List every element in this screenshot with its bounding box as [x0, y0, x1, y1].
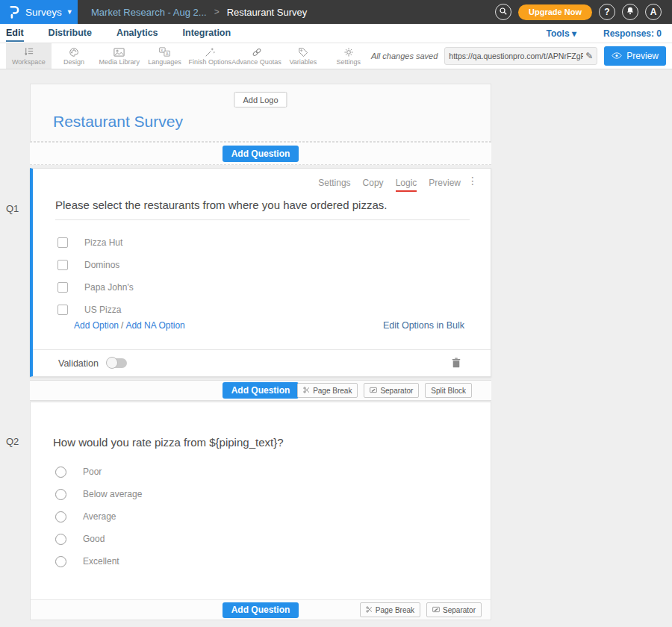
edit-options-bulk-link[interactable]: Edit Options in Bulk	[383, 320, 464, 331]
survey-url-input[interactable]	[449, 52, 583, 60]
edit-url-pencil-icon[interactable]: ✎	[585, 51, 593, 61]
upgrade-now-button[interactable]: Upgrade Now	[518, 4, 592, 20]
question-text-q2[interactable]: How would you rate pizza from ${piping_t…	[53, 436, 284, 449]
breadcrumb-current: Restaurant Survey	[227, 7, 308, 18]
survey-title[interactable]: Restaurant Survey	[53, 113, 183, 131]
question-tab-logic[interactable]: Logic	[396, 178, 417, 192]
toolbar-item-label: Finish Options	[188, 58, 231, 66]
question-tab-settings[interactable]: Settings	[318, 178, 350, 190]
breadcrumb: Market Research - Aug 2... > Restaurant …	[91, 7, 307, 18]
toolbar-item-settings[interactable]: Settings	[326, 43, 371, 69]
add-question-button[interactable]: Add Question	[223, 602, 299, 618]
add-question-strip-top: Add Question	[30, 142, 491, 165]
magic-wand-icon	[205, 46, 215, 57]
toolbar-item-media-library[interactable]: Media Library	[96, 43, 142, 69]
breadcrumb-separator: >	[214, 7, 220, 17]
add-question-button[interactable]: Add Question	[223, 382, 299, 399]
checkbox-icon[interactable]	[57, 260, 68, 270]
question-action-tabs: Settings Copy Logic Preview	[318, 178, 461, 192]
top-bar: Surveys ▼ Market Research - Aug 2... > R…	[0, 0, 672, 24]
toolbar-item-advance-quotas[interactable]: Advance Quotas	[233, 43, 281, 69]
nav-tab-analytics[interactable]: Analytics	[116, 25, 158, 42]
bell-icon	[626, 6, 635, 18]
add-option-link[interactable]: Add Option	[74, 320, 119, 331]
radio-icon[interactable]	[55, 534, 66, 545]
question-card-q1[interactable]: Settings Copy Logic Preview ⋮ Please sel…	[30, 168, 491, 377]
radio-icon[interactable]	[55, 556, 66, 567]
question-tab-preview[interactable]: Preview	[429, 178, 461, 190]
breadcrumb-folder[interactable]: Market Research - Aug 2...	[91, 7, 207, 18]
editor-toolbar: Workspace Design Media Library xA Langua…	[0, 43, 672, 69]
avatar[interactable]: A	[645, 4, 662, 20]
split-block-button[interactable]: Split Block	[425, 383, 472, 398]
option-row[interactable]: US Pizza	[57, 299, 134, 321]
q1-footer: Validation	[33, 349, 491, 376]
option-label[interactable]: Average	[83, 511, 116, 522]
toolbar-item-languages[interactable]: xA Languages	[142, 43, 187, 69]
notifications-button[interactable]	[622, 4, 638, 20]
option-row[interactable]: Average	[55, 505, 142, 528]
avatar-initial: A	[650, 7, 657, 17]
separator-icon	[432, 606, 440, 614]
surveys-product-menu[interactable]: Surveys ▼	[0, 0, 78, 24]
radio-icon[interactable]	[55, 467, 66, 478]
toolbar-item-finish-options[interactable]: Finish Options	[187, 43, 233, 69]
toolbar-item-design[interactable]: Design	[52, 43, 97, 69]
question-text-q1[interactable]: Please select the restaurants from where…	[55, 199, 470, 220]
add-na-option-link[interactable]: Add NA Option	[125, 320, 184, 331]
question-tab-copy[interactable]: Copy	[363, 178, 384, 190]
search-button[interactable]	[495, 4, 511, 20]
responses-count[interactable]: Responses: 0	[603, 28, 662, 39]
tools-menu[interactable]: Tools ▾	[547, 28, 576, 39]
option-row[interactable]: Pizza Hut	[57, 231, 134, 254]
delete-question-trash-icon[interactable]	[452, 358, 461, 371]
toolbar-item-label: Design	[63, 58, 84, 66]
radio-icon[interactable]	[55, 489, 66, 500]
toolbar-item-workspace[interactable]: Workspace	[6, 43, 52, 69]
option-row[interactable]: Below average	[55, 483, 142, 505]
nav-right: Tools ▾ Responses: 0	[547, 28, 662, 39]
help-button[interactable]: ?	[599, 4, 615, 20]
toolbar-item-label: Media Library	[99, 58, 140, 66]
chain-links-icon	[252, 46, 262, 57]
separator-button[interactable]: Separator	[426, 602, 482, 617]
option-row[interactable]: Good	[55, 528, 142, 550]
toolbar-item-label: Variables	[290, 58, 317, 66]
option-label[interactable]: US Pizza	[84, 305, 121, 315]
option-row[interactable]: Excellent	[55, 550, 142, 573]
radio-icon[interactable]	[55, 511, 66, 522]
option-row[interactable]: Dominos	[57, 254, 134, 276]
nav-tab-edit[interactable]: Edit	[6, 25, 24, 42]
option-label[interactable]: Below average	[83, 489, 142, 499]
q1-option-list: Pizza Hut Dominos Papa John's US Pizza	[57, 231, 134, 321]
checkbox-icon[interactable]	[57, 237, 68, 248]
checkbox-icon[interactable]	[57, 282, 68, 293]
option-label[interactable]: Good	[83, 534, 105, 544]
question-card-q2[interactable]: How would you rate pizza from ${piping_t…	[30, 402, 491, 620]
questionpro-logo-icon	[8, 5, 19, 19]
checkbox-icon[interactable]	[57, 305, 68, 315]
toolbar-item-label: Languages	[148, 58, 181, 66]
option-row[interactable]: Papa John's	[57, 276, 134, 299]
add-question-button[interactable]: Add Question	[223, 146, 299, 162]
preview-button[interactable]: Preview	[604, 46, 666, 66]
option-row[interactable]: Poor	[55, 461, 142, 483]
nav-tab-distribute[interactable]: Distribute	[49, 25, 92, 42]
validation-toggle[interactable]	[108, 358, 127, 368]
toolbar-item-variables[interactable]: Variables	[281, 43, 326, 69]
option-label[interactable]: Papa John's	[84, 282, 134, 293]
nav-tab-integration[interactable]: Integration	[183, 25, 231, 42]
link-divider: /	[121, 320, 123, 331]
separator-button[interactable]: Separator	[364, 383, 419, 398]
option-label[interactable]: Excellent	[83, 556, 119, 567]
page-break-button[interactable]: Page Break	[360, 602, 420, 617]
chevron-down-icon: ▼	[66, 8, 73, 16]
option-label[interactable]: Dominos	[84, 260, 119, 270]
kebab-menu-icon[interactable]: ⋮	[467, 175, 478, 186]
page-break-button[interactable]: Page Break	[297, 383, 358, 398]
scissors-icon	[303, 387, 310, 395]
option-label[interactable]: Pizza Hut	[84, 237, 122, 248]
separator-icon	[370, 387, 377, 395]
add-logo-button[interactable]: Add Logo	[234, 92, 287, 107]
option-label[interactable]: Poor	[83, 467, 102, 477]
